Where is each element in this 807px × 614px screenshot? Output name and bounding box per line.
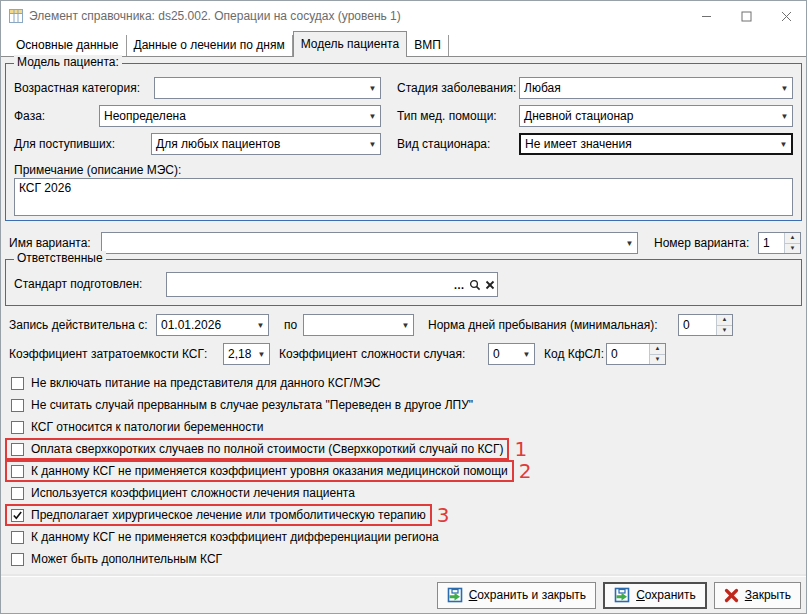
age-category-combo[interactable]: ▼ xyxy=(154,77,381,99)
spinner-buttons[interactable]: ▲▼ xyxy=(649,344,665,364)
tabstrip: Основные данныеДанные о лечении по днямМ… xyxy=(1,31,806,57)
checkbox[interactable] xyxy=(11,377,24,390)
checkbox-annotation-box: К данному КСГ не применяется коэффициент… xyxy=(5,460,514,482)
checkbox[interactable] xyxy=(11,443,24,456)
patient-model-legend: Модель пациента: xyxy=(14,55,122,69)
checkbox-annotation-box: Оплата сверхкоротких случаев по полной с… xyxy=(5,438,509,460)
chevron-down-icon: ▼ xyxy=(519,350,534,359)
checkbox-annotation-box: КСГ относится к патологии беременности xyxy=(5,416,269,438)
checkbox[interactable] xyxy=(11,509,24,522)
checkbox-label: Не считать случай прерванным в случае ре… xyxy=(31,398,473,412)
complexity-coefficient-label: Коэффициент сложности случая: xyxy=(279,343,465,365)
chevron-down-icon: ▼ xyxy=(777,112,792,121)
ellipsis-button[interactable]: … xyxy=(452,279,467,291)
complexity-coefficient-combo[interactable]: 0▼ xyxy=(488,343,535,365)
phase-label: Фаза: xyxy=(14,105,45,127)
spin-down-icon[interactable]: ▼ xyxy=(785,244,800,254)
annotation-number: 2 xyxy=(519,461,532,481)
chevron-down-icon: ▼ xyxy=(622,239,637,248)
spinner-buttons[interactable]: ▲▼ xyxy=(716,315,732,335)
maximize-button[interactable] xyxy=(726,1,766,31)
checkbox-annotation-box: Не считать случай прерванным в случае ре… xyxy=(5,394,479,416)
cost-coefficient-combo[interactable]: 2,18▼ xyxy=(223,343,270,365)
checkbox-annotation-box: Используется коэффициент сложности лечен… xyxy=(5,482,361,504)
button-label: Сохранить и закрыть xyxy=(469,588,586,602)
checkbox-annotation-box: Предполагает хирургическое лечение или т… xyxy=(5,504,432,526)
standard-prepared-field[interactable]: … xyxy=(166,272,498,297)
checkbox-row: К данному КСГ не применяется коэффициент… xyxy=(5,526,802,548)
checkbox-row: КСГ относится к патологии беременности xyxy=(5,416,802,438)
spin-up-icon[interactable]: ▲ xyxy=(785,233,800,244)
clear-icon[interactable] xyxy=(482,280,497,290)
checkbox[interactable] xyxy=(11,399,24,412)
spin-down-icon[interactable]: ▼ xyxy=(717,326,732,336)
minimize-button[interactable] xyxy=(686,1,726,31)
checkbox[interactable] xyxy=(11,421,24,434)
care-type-combo[interactable]: Дневной стационар▼ xyxy=(519,105,793,127)
phase-combo[interactable]: Неопределена▼ xyxy=(99,105,381,127)
valid-from-label: Запись действительна с: xyxy=(9,314,148,336)
variant-number-spinner[interactable]: 1 ▲▼ xyxy=(758,232,801,254)
checkbox-row: Не включать питание на представителя для… xyxy=(5,372,802,394)
tab[interactable]: Модель пациента xyxy=(293,31,408,57)
close-button[interactable]: Закрыть xyxy=(714,582,801,609)
chevron-down-icon: ▼ xyxy=(254,350,269,359)
admitted-combo[interactable]: Для любых пациентов▼ xyxy=(151,133,381,155)
close-window-button[interactable] xyxy=(766,1,806,31)
checkbox-label: Оплата сверхкоротких случаев по полной с… xyxy=(31,442,503,456)
valid-from-date-combo[interactable]: 01.01.2026▼ xyxy=(156,314,269,336)
dialog-window: Элемент справочника: ds25.002. Операции … xyxy=(0,0,807,614)
checkbox-label: Не включать питание на представителя для… xyxy=(31,376,381,390)
tab-page-patient-model: Модель пациента: Возрастная категория: ▼… xyxy=(1,57,806,613)
checkbox[interactable] xyxy=(11,465,24,478)
checkbox-row: Не считать случай прерванным в случае ре… xyxy=(5,394,802,416)
checkbox-row: Предполагает хирургическое лечение или т… xyxy=(5,504,802,526)
checkbox[interactable] xyxy=(11,531,24,544)
annotation-number: 1 xyxy=(514,439,527,459)
kfsl-code-spinner[interactable]: 0 ▲▼ xyxy=(606,343,666,365)
spin-down-icon[interactable]: ▼ xyxy=(650,355,665,365)
hospital-kind-combo[interactable]: Не имеет значения▼ xyxy=(519,133,793,155)
chevron-down-icon: ▼ xyxy=(365,140,380,149)
chevron-down-icon: ▼ xyxy=(398,321,413,330)
titlebar: Элемент справочника: ds25.002. Операции … xyxy=(1,1,806,31)
hospital-kind-label: Вид стационара: xyxy=(397,133,490,155)
checkbox-label: Может быть дополнительным КСГ xyxy=(31,552,222,566)
check-icon xyxy=(12,510,23,521)
stay-norm-spinner[interactable]: 0 ▲▼ xyxy=(678,314,733,336)
disease-stage-label: Стадия заболевания: xyxy=(397,77,516,99)
standard-prepared-label: Стандарт подготовлен: xyxy=(14,273,142,295)
variant-name-combo[interactable]: ▼ xyxy=(101,232,638,254)
age-category-label: Возрастная категория: xyxy=(14,77,140,99)
chevron-down-icon: ▼ xyxy=(365,112,380,121)
spin-up-icon[interactable]: ▲ xyxy=(650,344,665,355)
patient-model-groupbox: Модель пациента: Возрастная категория: ▼… xyxy=(5,63,802,221)
checkbox-annotation-box: К данному КСГ не применяется коэффициент… xyxy=(5,526,445,548)
spinner-buttons[interactable]: ▲▼ xyxy=(784,233,800,253)
tab[interactable]: Основные данные xyxy=(9,35,127,56)
responsible-legend: Ответственные xyxy=(14,251,106,265)
save-icon xyxy=(447,587,463,603)
tab[interactable]: ВМП xyxy=(407,35,449,56)
search-icon[interactable] xyxy=(467,279,482,291)
note-textarea[interactable]: КСГ 2026 xyxy=(14,178,793,216)
button-bar: Сохранить и закрыть Сохранить Закрыть xyxy=(1,576,806,613)
save-and-close-button[interactable]: Сохранить и закрыть xyxy=(437,582,596,609)
checkbox-label: Используется коэффициент сложности лечен… xyxy=(31,486,355,500)
close-icon xyxy=(724,588,739,603)
spin-up-icon[interactable]: ▲ xyxy=(717,315,732,326)
disease-stage-combo[interactable]: Любая▼ xyxy=(519,77,793,99)
button-label: Сохранить xyxy=(636,588,696,602)
variant-number-label: Номер варианта: xyxy=(654,232,749,254)
window-controls xyxy=(686,1,806,31)
admitted-label: Для поступивших: xyxy=(14,133,115,155)
annotation-number: 3 xyxy=(437,505,450,525)
valid-to-date-combo[interactable]: ▼ xyxy=(303,314,414,336)
checkbox-row: Используется коэффициент сложности лечен… xyxy=(5,482,802,504)
tab[interactable]: Данные о лечении по дням xyxy=(127,35,293,56)
checkbox[interactable] xyxy=(11,553,24,566)
save-button[interactable]: Сохранить xyxy=(603,582,707,609)
checkbox[interactable] xyxy=(11,487,24,500)
save-icon xyxy=(614,587,630,603)
checkbox-annotation-box: Не включать питание на представителя для… xyxy=(5,372,387,394)
